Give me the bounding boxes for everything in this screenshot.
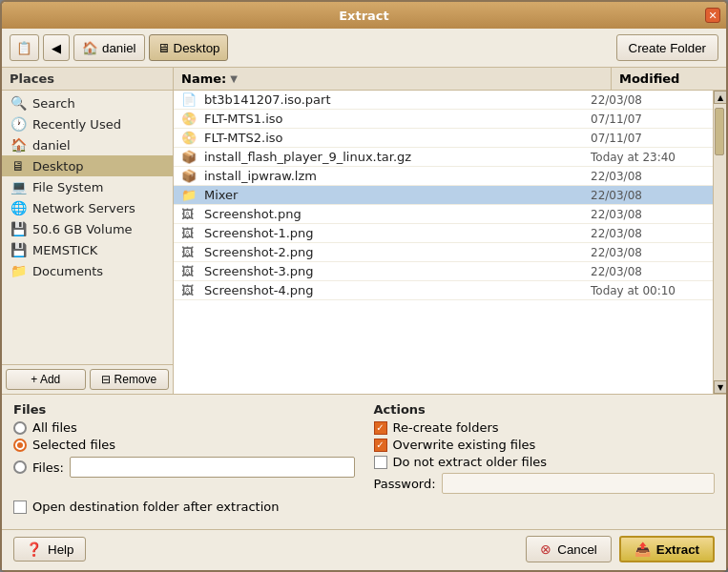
sidebar-list: 🔍 Search 🕐 Recently Used 🏠 daniel 🖥 Desk… [2, 91, 173, 364]
sidebar-label-recently-used: Recently Used [32, 117, 121, 132]
scroll-track[interactable] [714, 104, 726, 380]
window-title: Extract [23, 9, 705, 23]
file-name: Screenshot-3.png [204, 264, 591, 278]
file-row[interactable]: 📀 FLT-MTS2.iso 07/11/07 [174, 129, 713, 148]
memstick-icon: 💾 [10, 242, 27, 257]
file-row[interactable]: 📦 install_flash_player_9_linux.tar.gz To… [174, 148, 713, 167]
filesystem-icon: 💻 [10, 179, 27, 194]
scroll-thumb[interactable] [715, 108, 724, 155]
file-row[interactable]: 🖼 Screenshot-4.png Today at 00:10 [174, 281, 713, 300]
files-custom-option[interactable]: Files: [13, 460, 64, 475]
back-icon: ◀ [52, 41, 61, 55]
all-files-radio[interactable] [13, 421, 27, 435]
file-name: install_flash_player_9_linux.tar.gz [204, 150, 591, 164]
sidebar: Places 🔍 Search 🕐 Recently Used 🏠 daniel… [2, 68, 174, 394]
create-folder-button[interactable]: Create Folder [616, 34, 719, 61]
bookmark-icon: 📋 [16, 41, 32, 55]
bookmark-button[interactable]: 📋 [10, 34, 39, 61]
file-name: Screenshot-2.png [204, 245, 591, 259]
breadcrumb-daniel-label: daniel [102, 41, 136, 55]
files-custom-radio[interactable] [13, 460, 27, 474]
sidebar-item-recently-used[interactable]: 🕐 Recently Used [2, 113, 173, 134]
no-older-files-checkbox[interactable] [374, 456, 387, 469]
sidebar-item-network[interactable]: 🌐 Network Servers [2, 197, 173, 218]
sidebar-item-file-system[interactable]: 💻 File System [2, 176, 173, 197]
file-row[interactable]: 🖼 Screenshot-2.png 22/03/08 [174, 243, 713, 262]
recreate-folders-checkbox[interactable] [374, 421, 387, 435]
desktop-sidebar-icon: 🖥 [10, 158, 27, 174]
sidebar-item-search[interactable]: 🔍 Search [2, 92, 173, 113]
breadcrumb-desktop-label: Desktop [174, 41, 220, 55]
help-label: Help [48, 542, 73, 557]
password-row: Password: [374, 473, 716, 494]
file-name: Screenshot-4.png [204, 283, 591, 297]
file-icon: 📀 [181, 131, 198, 145]
file-name: install_ipwraw.lzm [204, 169, 591, 183]
overwrite-files-option[interactable]: Overwrite existing files [374, 438, 716, 452]
all-files-option[interactable]: All files [13, 420, 355, 435]
column-modified[interactable]: Modified [612, 68, 726, 90]
file-icon: 📄 [181, 92, 198, 107]
back-button[interactable]: ◀ [43, 34, 70, 61]
sort-arrow-icon: ▼ [230, 73, 238, 84]
open-destination-checkbox[interactable] [13, 500, 27, 514]
search-icon: 🔍 [10, 95, 27, 111]
no-older-files-option[interactable]: Do not extract older files [374, 455, 716, 469]
sidebar-item-memstick[interactable]: 💾 MEMSTICK [2, 239, 173, 260]
recreate-folders-option[interactable]: Re-create folders [374, 420, 716, 435]
extract-button[interactable]: 📤 Extract [619, 536, 715, 562]
sidebar-label-file-system: File System [32, 180, 103, 194]
recreate-folders-label: Re-create folders [393, 420, 499, 435]
sidebar-actions: + Add ⊟ Remove [2, 364, 173, 394]
overwrite-files-checkbox[interactable] [374, 439, 387, 452]
add-button[interactable]: + Add [6, 369, 86, 390]
file-row[interactable]: 🖼 Screenshot.png 22/03/08 [174, 205, 713, 224]
selected-files-option[interactable]: Selected files [13, 438, 355, 452]
close-button[interactable]: ✕ [705, 8, 720, 23]
file-name: Mixer [204, 188, 591, 202]
file-list: 📄 bt3b141207.iso.part 22/03/08 📀 FLT-MTS… [174, 91, 713, 394]
action-buttons: ⊗ Cancel 📤 Extract [526, 536, 715, 562]
files-input-row: Files: [13, 457, 355, 478]
files-custom-label: Files: [32, 460, 64, 475]
help-button[interactable]: ❓ Help [13, 537, 86, 562]
file-row[interactable]: 📄 bt3b141207.iso.part 22/03/08 [174, 91, 713, 110]
file-date: 22/03/08 [591, 189, 705, 202]
files-section: Files All files Selected files Files: [13, 402, 355, 494]
file-date: 22/03/08 [591, 208, 705, 221]
file-icon: 📦 [181, 169, 198, 183]
cancel-button[interactable]: ⊗ Cancel [526, 536, 612, 562]
clock-icon: 🕐 [10, 116, 27, 132]
file-date: Today at 00:10 [591, 284, 705, 297]
remove-button[interactable]: ⊟ Remove [90, 369, 170, 390]
files-section-title: Files [13, 402, 355, 417]
file-name: FLT-MTS2.iso [204, 131, 591, 145]
file-name: Screenshot.png [204, 207, 591, 221]
file-date: 07/11/07 [591, 112, 705, 126]
breadcrumb-daniel[interactable]: 🏠 daniel [73, 34, 145, 61]
sidebar-item-documents[interactable]: 📁 Documents [2, 260, 173, 281]
file-row[interactable]: 📁 Mixer 22/03/08 [174, 186, 713, 205]
column-name[interactable]: Name: ▼ [174, 68, 612, 90]
file-row[interactable]: 📀 FLT-MTS1.iso 07/11/07 [174, 110, 713, 129]
file-row[interactable]: 🖼 Screenshot-3.png 22/03/08 [174, 262, 713, 281]
sidebar-item-desktop[interactable]: 🖥 Desktop [2, 155, 173, 176]
sidebar-item-volume[interactable]: 💾 50.6 GB Volume [2, 218, 173, 239]
file-row[interactable]: 🖼 Screenshot-1.png 22/03/08 [174, 224, 713, 243]
selected-files-radio[interactable] [13, 439, 27, 452]
vertical-scrollbar[interactable]: ▲ ▼ [713, 91, 726, 394]
file-name: FLT-MTS1.iso [204, 112, 591, 126]
password-input[interactable] [442, 473, 715, 494]
drive-icon: 💾 [10, 221, 27, 236]
titlebar: Extract ✕ [2, 2, 726, 29]
sidebar-item-daniel[interactable]: 🏠 daniel [2, 134, 173, 155]
file-row[interactable]: 📦 install_ipwraw.lzm 22/03/08 [174, 167, 713, 186]
file-date: 22/03/08 [591, 246, 705, 259]
scroll-up-button[interactable]: ▲ [714, 91, 726, 104]
overwrite-files-label: Overwrite existing files [393, 438, 536, 452]
breadcrumb-desktop[interactable]: 🖥 Desktop [149, 34, 229, 61]
file-date: 22/03/08 [591, 93, 705, 107]
open-destination-row[interactable]: Open destination folder after extraction [13, 500, 715, 514]
files-text-input[interactable] [70, 457, 355, 478]
scroll-down-button[interactable]: ▼ [714, 380, 726, 394]
